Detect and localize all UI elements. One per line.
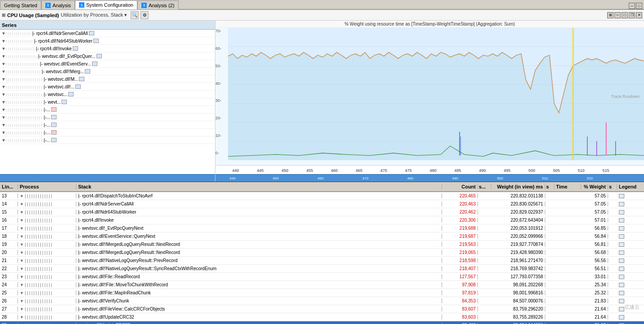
col-header-s2[interactable]: s	[608, 184, 617, 189]
tree-ticks: | | | | | | | | | | | | | | |	[6, 39, 34, 43]
tree-row[interactable]: ▼| | | | | | | | | | | | | | | | | | | |…	[0, 114, 215, 121]
series-label: Series	[2, 22, 17, 28]
tree-row[interactable]: ▼| | | | | | | | | | | | | | | | | | | |…	[0, 106, 215, 114]
col-header-lin[interactable]: Lin...	[0, 184, 18, 189]
inner-min-btn[interactable]: ─	[614, 12, 621, 18]
table-row[interactable]: 13 ▼ | | | | | | | | | | | | | |- rpcrt4…	[0, 192, 644, 200]
tree-ticks: | | | | | | | | | | | | | | | | | | |	[6, 70, 42, 74]
tree-toggle-icon[interactable]: ▼	[1, 114, 6, 120]
window-controls: ─ □	[627, 3, 644, 9]
tree-color-swatch	[85, 69, 90, 74]
tree-toggle-icon[interactable]: ▼	[1, 76, 6, 82]
table-body[interactable]: 13 ▼ | | | | | | | | | | | | | |- rpcrt4…	[0, 192, 644, 324]
tree-row[interactable]: ▼| | | | | | | | | | | | | | | | | | | |…	[0, 75, 215, 83]
cell-process: ▼ | | | | | | | | | | | | |	[18, 266, 76, 271]
svg-text:450: 450	[273, 176, 279, 180]
tree-color-swatch	[92, 61, 97, 66]
tab-system-configuration[interactable]: 1 System Configuration	[75, 0, 137, 9]
col-header-stack[interactable]: Stack	[76, 184, 442, 189]
cell-legend	[617, 315, 644, 320]
table-row[interactable]: 29 ▼ | | | | | | | | | | | | | wevtsvc.d…	[0, 321, 644, 324]
tree-panel: Series ▼| | | | | | | | | | | | | | |- r…	[0, 21, 215, 181]
tree-row[interactable]: ▼| | | | | | | | | | | | | | | | | | | |…	[0, 136, 215, 144]
inner-close-btn[interactable]: ✕	[636, 12, 642, 18]
tree-row[interactable]: ▼| | | | | | | | | | | | | | | | | | |- …	[0, 60, 215, 68]
tree-toggle-icon[interactable]: ▼	[1, 107, 6, 112]
cell-lin: 15	[0, 210, 18, 215]
tree-row[interactable]: ▼| | | | | | | | | | | | | | | | | | | |…	[0, 121, 215, 129]
tab-analysis-2[interactable]: 1 Analysis (2)	[137, 0, 178, 9]
search-btn[interactable]: 🔍	[131, 11, 139, 19]
table-row[interactable]: 17 ▼ | | | | | | | | | | | | | |- wevtsv…	[0, 224, 644, 232]
tree-toggle-icon[interactable]: ▼	[1, 122, 6, 127]
cell-process: ▼ | | | | | | | | | | | | |	[18, 201, 76, 206]
table-row[interactable]: 25 ▼ | | | | | | | | | | | | | |- wevtsv…	[0, 289, 644, 297]
tree-row[interactable]: ▼| | | | | | | | | | | | | | | | | | | |…	[0, 91, 215, 98]
settings-btn[interactable]: ⚙	[140, 11, 149, 19]
tree-row[interactable]: ▼| | | | | | | | | | | | | | | | | | | |…	[0, 83, 215, 91]
tree-toggle-icon[interactable]: ▼	[1, 38, 6, 44]
cell-weight: 127,793.077358	[491, 274, 545, 279]
svg-text:470: 470	[363, 176, 369, 180]
tree-row[interactable]: ▼| | | | | | | | | | | | | | | | | | | |…	[0, 98, 215, 106]
table-row[interactable]: 28 ▼ | | | | | | | | | | | | | |- wevtsv…	[0, 313, 644, 321]
cell-count: 83,603	[442, 315, 478, 320]
tree-toggle-icon[interactable]: ▼	[1, 69, 6, 74]
table-row[interactable]: 14 ▼ | | | | | | | | | | | | | |- rpcrt4…	[0, 200, 644, 208]
tree-row[interactable]: ▼| | | | | | | | | | | | | | | | | | | |…	[0, 129, 215, 136]
col-header-count[interactable]: Count	[442, 184, 478, 189]
tree-content[interactable]: ▼| | | | | | | | | | | | | | |- rpcrt4.d…	[0, 30, 215, 174]
table-row[interactable]: 24 ▼ | | | | | | | | | | | | | |- wevtsv…	[0, 281, 644, 289]
table-row[interactable]: 16 ▼ | | | | | | | | | | | | | |- rpcrt4…	[0, 216, 644, 224]
tree-toggle-icon[interactable]: ▼	[1, 84, 6, 89]
tree-toggle-icon[interactable]: ▼	[1, 99, 6, 105]
table-row[interactable]: 15 ▼ | | | | | | | | | | | | | |- rpcrt4…	[0, 208, 644, 216]
tree-toggle-icon[interactable]: ▼	[1, 46, 6, 51]
col-header-sum[interactable]: s...	[478, 184, 491, 189]
table-row[interactable]: 19 ▼ | | | | | | | | | | | | | |- wevtsv…	[0, 241, 644, 249]
cell-lin: 25	[0, 290, 18, 295]
tree-ticks: | | | | | | | | | | | | | | | | | | | |	[6, 77, 44, 81]
inner-restore-btn[interactable]: ❐	[629, 12, 635, 18]
tree-toggle-icon[interactable]: ▼	[1, 31, 6, 36]
maximize-btn[interactable]: □	[636, 3, 642, 9]
table-row[interactable]: 18 ▼ | | | | | | | | | | | | | |- wevtsv…	[0, 232, 644, 241]
cell-weight: 218,769.983742	[491, 266, 545, 271]
tree-row[interactable]: ▼| | | | | | | | | | | | | | | | | | | |…	[0, 68, 215, 75]
tree-color-swatch	[61, 100, 67, 104]
tree-row-label: |-...	[44, 138, 50, 143]
tree-toggle-icon[interactable]: ▼	[1, 92, 6, 97]
minimize-btn[interactable]: ─	[629, 3, 635, 9]
cell-lin: 22	[0, 266, 18, 271]
col-header-s1[interactable]: s	[545, 184, 554, 189]
inner-max-btn[interactable]: □	[622, 12, 628, 18]
svg-text:470: 470	[381, 168, 387, 173]
col-header-pweight[interactable]: % Weight	[581, 184, 608, 189]
tree-toggle-icon[interactable]: ▼	[1, 53, 6, 59]
col-header-legend[interactable]: Legend	[617, 184, 644, 189]
table-row[interactable]: 27 ▼ | | | | | | | | | | | | | |- wevtsv…	[0, 305, 644, 313]
col-header-weight[interactable]: Weight (in view) ms	[491, 184, 545, 189]
table-row[interactable]: 22 ▼ | | | | | | | | | | | | | |- wevtsv…	[0, 265, 644, 273]
col-header-time[interactable]: Time	[554, 184, 581, 189]
chart-area[interactable]: 70- 60- 50- 40- 30- 20- 10- 0-	[215, 28, 644, 165]
toolbar-subtitle[interactable]: Utilization by Process, Stack ▾	[61, 12, 127, 18]
tree-row[interactable]: ▼| | | | | | | | | | | | | | | |- rpcrt4…	[0, 37, 215, 45]
inner-tile-btn[interactable]: ⊞	[607, 12, 613, 18]
tree-row[interactable]: ▼| | | | | | | | | | | | | | |- rpcrt4.d…	[0, 30, 215, 37]
tab-getting-started[interactable]: Getting Started	[0, 0, 41, 9]
tab-analysis[interactable]: 1 Analysis	[41, 0, 75, 9]
tree-row[interactable]: ▼| | | | | | | | | | | | | | | | | |- we…	[0, 53, 215, 60]
cell-stack: |- wevtsvc.dll!UpdateCRC32	[76, 315, 442, 320]
tree-toggle-icon[interactable]: ▼	[1, 130, 6, 135]
tree-toggle-icon[interactable]: ▼	[1, 137, 6, 143]
table-row[interactable]: 23 ▼ | | | | | | | | | | | | | |- wevtsv…	[0, 273, 644, 281]
col-header-process[interactable]: Process	[18, 184, 76, 189]
table-row[interactable]: 21 ▼ | | | | | | | | | | | | | |- wevtsv…	[0, 257, 644, 265]
tree-toggle-icon[interactable]: ▼	[1, 61, 6, 66]
table-row[interactable]: 20 ▼ | | | | | | | | | | | | | |- wevtsv…	[0, 249, 644, 257]
tree-row[interactable]: ▼| | | | | | | | | | | | | | | | |- rpcr…	[0, 45, 215, 53]
table-row[interactable]: 26 ▼ | | | | | | | | | | | | | |- wevtsv…	[0, 297, 644, 305]
tree-scrollbar-h[interactable]	[0, 174, 215, 181]
chart-scrollbar-h[interactable]: 440 450 460 470 480 490 500 510 520	[215, 174, 644, 181]
